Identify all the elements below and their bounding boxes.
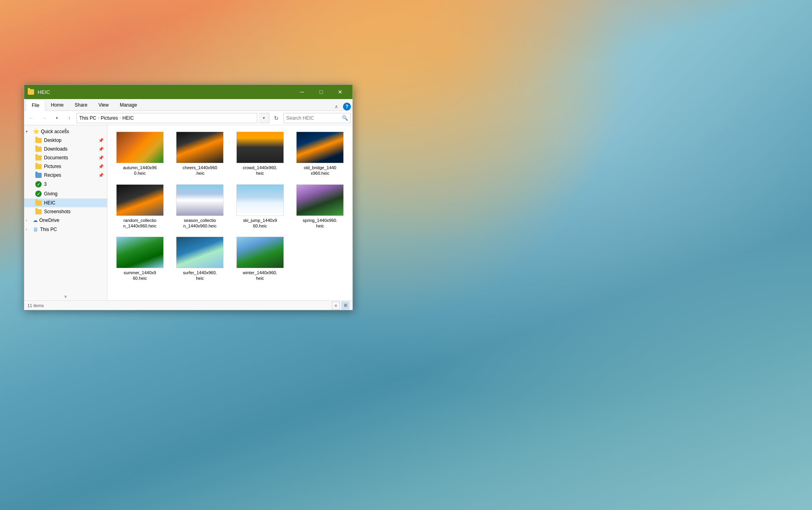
path-pictures[interactable]: Pictures [101, 115, 118, 121]
path-this-pc[interactable]: This PC [79, 115, 96, 121]
address-bar: ← → ▾ ↑ This PC › Pictures › HEIC ▾ ↻ 🔍 [24, 111, 352, 125]
sidebar-label-desktop: Desktop [44, 138, 61, 143]
file-label-season: season_collection_1440x960.heic [183, 218, 216, 229]
folder-downloads-icon [35, 147, 42, 152]
file-item-cheers[interactable]: cheers_1440x960.heic [172, 130, 228, 178]
folder-recipes-icon [35, 173, 42, 178]
thumbnail-ski-jump [236, 184, 284, 216]
file-item-winter[interactable]: winter_1440x960.heic [232, 235, 288, 283]
title-bar: HEIC ─ □ ✕ [24, 85, 352, 99]
file-item-random[interactable]: random_collection_1440x960.heic [112, 183, 168, 231]
file-item-surfer[interactable]: surfer_1440x960.heic [172, 235, 228, 283]
file-item-old-bridge[interactable]: old_bridge_1440x960.heic [293, 130, 348, 178]
file-label-spring: spring_1440x960.heic [303, 218, 337, 229]
thumbnail-summer [116, 237, 164, 268]
thispc-header[interactable]: › 🖥 This PC [24, 225, 107, 234]
file-item-spring[interactable]: spring_1440x960.heic [293, 183, 348, 231]
onedrive-icon: ☁ [33, 218, 38, 223]
address-path[interactable]: This PC › Pictures › HEIC [77, 113, 257, 123]
thumbnail-surfer [176, 237, 224, 268]
pin-pictures-icon: 📌 [98, 164, 104, 169]
sidebar-label-pictures: Pictures [44, 164, 61, 169]
list-view-button[interactable]: ≡ [332, 302, 340, 309]
tile-view-button[interactable]: ⊞ [341, 302, 349, 309]
address-dropdown-button[interactable]: ▾ [259, 113, 269, 123]
pin-desktop-icon: 📌 [98, 138, 104, 143]
search-icon: 🔍 [342, 115, 348, 121]
folder-icon [28, 89, 34, 95]
file-label-crowd: crowd_1440x960.heic [243, 165, 277, 176]
file-item-summer[interactable]: summer_1440x960.heic [112, 235, 168, 283]
file-label-cheers: cheers_1440x960.heic [183, 165, 217, 176]
file-item-ski-jump[interactable]: ski_jump_1440x960.heic [232, 183, 288, 231]
sidebar-item-3[interactable]: ✓ 3 [24, 180, 107, 189]
sidebar-label-downloads: Downloads [44, 146, 67, 152]
tab-manage[interactable]: Manage [114, 99, 142, 111]
sidebar-item-pictures[interactable]: Pictures 📌 [24, 162, 107, 171]
badge-3-icon: ✓ [35, 181, 42, 187]
file-grid: autumn_1440x960.heic cheers_1440x960.hei… [111, 128, 349, 285]
sidebar-item-recipes[interactable]: Recipes 📌 [24, 171, 107, 180]
file-label-winter: winter_1440x960.heic [243, 270, 277, 281]
file-label-random: random_collection_1440x960.heic [123, 218, 157, 229]
pin-documents-icon: 📌 [98, 155, 104, 160]
sidebar-item-documents[interactable]: Documents 📌 [24, 153, 107, 162]
sidebar-item-downloads[interactable]: Downloads 📌 [24, 145, 107, 153]
item-count: 11 items [27, 303, 44, 308]
thumbnail-crowd [236, 132, 284, 163]
thispc-label: This PC [40, 227, 57, 232]
quick-access-section: ▾ ⭐ Quick access Desktop 📌 Downloads 📌 D… [24, 127, 107, 216]
thumbnail-winter [236, 237, 284, 268]
quick-access-star-icon: ⭐ [33, 128, 39, 134]
file-item-crowd[interactable]: crowd_1440x960.heic [232, 130, 288, 178]
forward-button[interactable]: → [38, 113, 50, 124]
file-item-autumn[interactable]: autumn_1440x960.heic [112, 130, 168, 178]
sidebar-item-giving[interactable]: ✓ Giving [24, 189, 107, 199]
badge-giving-icon: ✓ [35, 191, 42, 197]
status-right: ≡ ⊞ [332, 302, 349, 309]
scroll-up-indicator: ▲ [63, 126, 68, 132]
file-label-autumn: autumn_1440x960.heic [123, 165, 157, 176]
path-heic[interactable]: HEIC [123, 115, 134, 121]
window-icon [27, 88, 34, 96]
window-title: HEIC [38, 89, 290, 95]
folder-screenshots-icon [35, 209, 42, 214]
sidebar-item-desktop[interactable]: Desktop 📌 [24, 136, 107, 145]
window-controls: ─ □ ✕ [293, 85, 349, 99]
thispc-icon: 🖥 [33, 226, 38, 233]
sidebar-label-documents: Documents [44, 155, 68, 160]
ribbon-chevron-icon[interactable]: ∧ [332, 103, 341, 110]
search-input[interactable] [286, 115, 340, 121]
help-button[interactable]: ? [343, 103, 351, 111]
tab-home[interactable]: Home [45, 99, 69, 111]
ribbon-tabs: File Home Share View Manage ∧ ? [24, 99, 352, 111]
folder-documents-icon [35, 155, 42, 160]
onedrive-label: OneDrive [39, 218, 59, 223]
file-label-ski-jump: ski_jump_1440x960.heic [243, 218, 277, 229]
tab-share[interactable]: Share [69, 99, 93, 111]
refresh-button[interactable]: ↻ [271, 113, 282, 124]
file-area: autumn_1440x960.heic cheers_1440x960.hei… [107, 125, 352, 300]
back-button[interactable]: ← [26, 113, 37, 124]
file-label-old-bridge: old_bridge_1440x960.heic [304, 165, 336, 176]
sidebar-item-screenshots[interactable]: Screenshots [24, 207, 107, 216]
thumbnail-cheers [176, 132, 224, 163]
tab-view[interactable]: View [93, 99, 114, 111]
onedrive-header[interactable]: › ☁ OneDrive [24, 216, 107, 225]
file-item-season[interactable]: season_collection_1440x960.heic [172, 183, 228, 231]
tab-file[interactable]: File [26, 99, 45, 111]
search-box: 🔍 [283, 113, 351, 123]
up-button[interactable]: ↑ [64, 113, 75, 124]
main-area: ▲ ▾ ⭐ Quick access Desktop 📌 Downloads 📌 [24, 125, 352, 300]
close-button[interactable]: ✕ [331, 85, 349, 99]
sidebar-item-heic[interactable]: HEIC [24, 199, 107, 207]
sidebar-label-giving: Giving [44, 191, 57, 197]
file-label-surfer: surfer_1440x960.heic [183, 270, 217, 281]
path-sep-2: › [119, 116, 121, 120]
sidebar: ▲ ▾ ⭐ Quick access Desktop 📌 Downloads 📌 [24, 125, 107, 300]
pin-recipes-icon: 📌 [98, 173, 104, 178]
recent-locations-button[interactable]: ▾ [51, 113, 62, 124]
maximize-button[interactable]: □ [312, 85, 330, 99]
thumbnail-spring [296, 184, 344, 216]
minimize-button[interactable]: ─ [293, 85, 311, 99]
